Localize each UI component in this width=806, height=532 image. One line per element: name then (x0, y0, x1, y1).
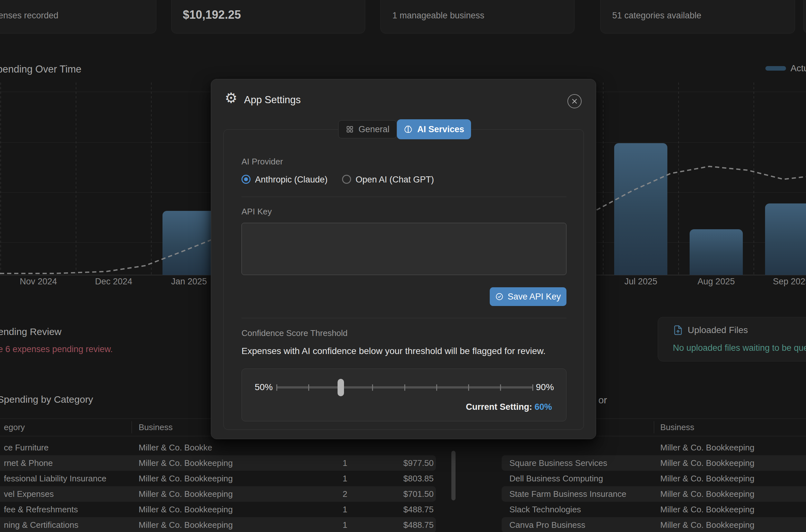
table-cell: Square Business Services (510, 455, 607, 471)
table-cell: rnet & Phone (4, 455, 53, 471)
table-cell: Miller & Co. Bookkeeping (139, 502, 233, 517)
current-setting-label: Current Setting: (466, 402, 532, 412)
scrollbar-thumb[interactable] (452, 451, 456, 500)
table-cell: Miller & Co. Bookkeeping (139, 455, 233, 471)
dashboard-page: Nov 2024Dec 2024Jan 2025Feb 2025Mar 2025… (0, 0, 806, 532)
x-axis-label: Jul 2025 (612, 277, 670, 287)
vendor-table-title: or (598, 395, 607, 405)
stat-card-expenses: enses enses recorded (0, 0, 156, 34)
slider-tick (468, 384, 469, 391)
table-cell: Miller & Co. Bookkeeping (660, 440, 754, 455)
table-cell: Miller & Co. Bookke (139, 440, 212, 455)
table-row[interactable]: Slack TechnologiesMiller & Co. Bookkeepi… (502, 502, 806, 517)
modal-title: App Settings (244, 94, 301, 106)
ai-provider-label: AI Provider (242, 157, 283, 167)
table-cell: $701.50 (363, 486, 434, 502)
card-subtitle: 51 categories available (612, 11, 701, 21)
table-cell: Miller & Co. Bookkeeping (660, 486, 754, 502)
table-cell: ning & Certifications (4, 517, 78, 532)
save-button-label: Save API Key (507, 292, 561, 302)
bar-sep-2025 (765, 204, 806, 275)
table-row[interactable]: ce FurnitureMiller & Co. Bookke (0, 440, 436, 455)
table-cell: Miller & Co. Bookkeeping (660, 455, 754, 471)
save-api-key-button[interactable]: Save API Key (490, 287, 567, 306)
stat-card-businesses: Businesses 1 manageable business (380, 0, 575, 34)
divider (242, 197, 567, 197)
card-subtitle: enses recorded (0, 11, 58, 21)
gear-icon: ⚙ (225, 91, 237, 105)
card-subtitle: 1 manageable business (392, 11, 484, 21)
table-cell: 1 (326, 517, 364, 532)
table-row[interactable]: Miller & Co. Bookkeeping (502, 440, 806, 455)
tab-general[interactable]: General (338, 120, 397, 138)
slider-thumb[interactable] (338, 379, 344, 396)
table-row[interactable]: rnet & PhoneMiller & Co. Bookkeeping1$97… (0, 455, 436, 471)
tab-ai-services[interactable]: AI Services (397, 119, 471, 139)
pending-review-message: e 6 expenses pending review. (0, 344, 113, 354)
api-key-input[interactable] (242, 223, 567, 275)
stat-card-categories: Categories 51 categories available (600, 0, 795, 34)
radio-anthropic[interactable] (242, 175, 250, 184)
table-cell: 1 (326, 455, 364, 471)
card-value: $10,192.25 (183, 8, 241, 22)
table-cell: Miller & Co. Bookkeeping (660, 471, 754, 486)
file-upload-icon (672, 324, 684, 336)
table-cell (363, 440, 434, 455)
table-cell: 1 (326, 502, 364, 517)
x-axis-label: Aug 2025 (687, 277, 745, 287)
check-circle-icon (495, 292, 504, 301)
x-axis-label: Jan 2025 (160, 277, 218, 287)
radio-label-anthropic[interactable]: Anthropic (Claude) (255, 175, 328, 185)
slider-tick (500, 384, 501, 391)
table-row[interactable]: Dell Business ComputingMiller & Co. Book… (502, 471, 806, 486)
brain-icon (404, 125, 413, 134)
confidence-description: Expenses with AI confidence below your t… (242, 346, 545, 356)
table-row[interactable]: Canva Pro BusinessMiller & Co. Bookkeepi… (502, 517, 806, 532)
chart-title: Spending Over Time (0, 63, 81, 75)
table-cell: Miller & Co. Bookkeeping (139, 517, 233, 532)
current-setting-value: 60% (535, 402, 552, 412)
legend-swatch-actual (765, 66, 786, 71)
table-row[interactable]: State Farm Business InsuranceMiller & Co… (502, 486, 806, 502)
column-divider (654, 421, 654, 433)
slider-min-label: 50% (251, 382, 273, 393)
uploaded-files-card: Uploaded Files No uploaded files waiting… (658, 317, 806, 361)
table-cell: $488.75 (363, 502, 434, 517)
x-axis-label: Nov 2024 (9, 277, 68, 287)
table-cell: Miller & Co. Bookkeeping (139, 471, 233, 486)
bar-jan-2025 (162, 211, 216, 275)
table-cell: $488.75 (363, 517, 434, 532)
slider-tick (308, 384, 309, 391)
table-row[interactable]: vel ExpensesMiller & Co. Bookkeeping2$70… (0, 486, 436, 502)
slider-tick (404, 384, 405, 391)
close-icon[interactable] (568, 94, 582, 108)
x-axis-label: Sep 2025 (763, 277, 806, 287)
bar-aug-2025 (690, 229, 743, 275)
current-setting: Current Setting: 60% (466, 402, 552, 412)
pending-review-title: ending Review (0, 326, 62, 337)
column-header-category: egory (4, 422, 25, 432)
radio-label-openai[interactable]: Open AI (Chat GPT) (356, 175, 434, 185)
table-row[interactable]: fessional Liability InsuranceMiller & Co… (0, 471, 436, 486)
table-row[interactable]: fee & RefreshmentsMiller & Co. Bookkeepi… (0, 502, 436, 517)
table-cell: Dell Business Computing (510, 471, 603, 486)
radio-openai[interactable] (342, 175, 351, 184)
column-divider (132, 421, 132, 433)
slider-tick (276, 384, 277, 391)
table-cell: fee & Refreshments (4, 502, 78, 517)
stat-card-partial (803, 0, 806, 34)
table-row[interactable]: Square Business ServicesMiller & Co. Boo… (502, 455, 806, 471)
table-cell: Canva Pro Business (510, 517, 586, 532)
table-cell: vel Expenses (4, 486, 54, 502)
uploaded-files-title: Uploaded Files (688, 325, 748, 335)
slider-tick (532, 384, 533, 391)
column-header-business: Business (660, 422, 694, 432)
table-row[interactable]: ning & CertificationsMiller & Co. Bookke… (0, 517, 436, 532)
divider (242, 318, 567, 318)
category-table-title: Spending by Category (0, 394, 93, 405)
confidence-slider-panel: 50% 90% Current Setting: 60% (242, 368, 567, 421)
table-cell: $803.85 (363, 471, 434, 486)
table-cell: State Farm Business Insurance (510, 486, 627, 502)
slider-max-label: 90% (536, 382, 554, 393)
api-key-label: API Key (242, 207, 272, 217)
